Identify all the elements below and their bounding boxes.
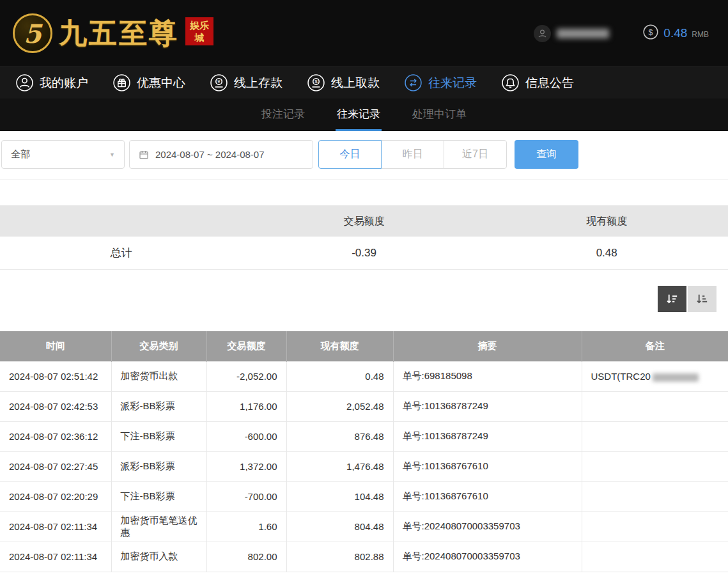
cell-summary: 单号:101368767610 <box>393 451 582 481</box>
cell-time: 2024-08-07 02:36:12 <box>0 421 111 451</box>
summary-header-transaction: 交易额度 <box>243 206 486 237</box>
table-row: 2024-08-07 02:20:29 下注-BB彩票 -700.00 104.… <box>0 481 728 512</box>
cell-balance: 0.48 <box>286 361 393 391</box>
cell-type: 下注-BB彩票 <box>111 421 206 451</box>
type-select-value: 全部 <box>11 148 30 160</box>
transfer-arrows-icon <box>404 74 422 92</box>
summary-transaction-total: -0.39 <box>243 237 486 269</box>
date-range-input[interactable]: 2024-08-07 ~ 2024-08-07 <box>129 140 313 169</box>
summary-header-empty <box>0 206 243 237</box>
tab-processing-orders[interactable]: 处理中订单 <box>411 98 468 131</box>
cell-amount: -2,052.00 <box>206 361 286 391</box>
table-row: 2024-08-07 02:11:34 加密货币笔笔送优惠 1.60 804.4… <box>0 512 728 542</box>
nav-item-deposit[interactable]: ¥ 线上存款 <box>210 74 283 92</box>
nav-item-promotions[interactable]: 优惠中心 <box>112 74 185 92</box>
balance-value: 0.48 <box>663 26 687 40</box>
cell-amount: 802.00 <box>206 542 286 572</box>
table-row: 2024-08-07 02:51:42 加密货币出款 -2,052.00 0.4… <box>0 361 728 391</box>
user-circle-icon <box>15 74 34 92</box>
cell-type: 加密货币入款 <box>111 542 206 572</box>
cell-type: 下注-BB彩票 <box>111 481 206 512</box>
dollar-circle-icon: $ <box>642 24 659 43</box>
sort-desc-icon <box>665 292 679 306</box>
cell-balance: 2,052.48 <box>286 391 393 421</box>
nav-item-my-account[interactable]: 我的账户 <box>15 74 88 92</box>
cell-time: 2024-08-07 02:11:34 <box>0 512 111 542</box>
nav-label: 线上存款 <box>234 75 283 91</box>
user-area: $ 0.48 RMB <box>534 24 709 43</box>
nav-item-announcements[interactable]: 信息公告 <box>501 74 574 92</box>
cell-summary: 单号:101368787249 <box>393 421 582 451</box>
cell-type: 加密货币出款 <box>111 361 206 391</box>
cell-remark <box>582 542 728 572</box>
remark-masked <box>653 373 699 382</box>
cell-amount: -600.00 <box>206 421 286 451</box>
cell-remark <box>582 421 728 451</box>
quick-date-group: 今日 昨日 近7日 <box>318 140 507 169</box>
cell-summary: 单号:698185098 <box>393 361 582 391</box>
nav-item-records[interactable]: 往来记录 <box>404 74 477 92</box>
balance-currency: RMB <box>692 30 709 39</box>
cell-balance: 804.48 <box>286 512 393 542</box>
col-header-remark: 备注 <box>582 331 728 361</box>
cell-time: 2024-08-07 02:20:29 <box>0 481 111 512</box>
tab-transaction-records[interactable]: 往来记录 <box>336 98 382 131</box>
sort-desc-button[interactable] <box>658 286 686 312</box>
cell-time: 2024-08-07 02:27:45 <box>0 451 111 481</box>
summary-total-label: 总计 <box>0 237 243 269</box>
user-avatar-icon[interactable] <box>534 25 551 42</box>
balance-display: $ 0.48 RMB <box>642 24 709 43</box>
logo-badge: 娱乐城 <box>185 17 213 45</box>
filter-bar: 全部 ▼ 2024-08-07 ~ 2024-08-07 今日 昨日 近7日 查… <box>0 131 728 180</box>
svg-text:$: $ <box>649 28 653 37</box>
type-select[interactable]: 全部 ▼ <box>1 140 125 169</box>
cell-amount: -700.00 <box>206 481 286 512</box>
col-header-balance: 现有额度 <box>286 331 393 361</box>
cell-time: 2024-08-07 02:42:53 <box>0 391 111 421</box>
cell-balance: 876.48 <box>286 421 393 451</box>
deposit-coin-icon: ¥ <box>210 74 228 92</box>
svg-text:¥: ¥ <box>217 79 221 84</box>
summary-total-row: 总计 -0.39 0.48 <box>0 237 728 270</box>
cell-summary: 单号:101368787249 <box>393 391 582 421</box>
cell-time: 2024-08-07 02:11:34 <box>0 542 111 572</box>
cell-remark <box>582 391 728 421</box>
cell-type: 派彩-BB彩票 <box>111 391 206 421</box>
summary-header-balance: 现有额度 <box>485 206 728 237</box>
last7days-button[interactable]: 近7日 <box>444 140 507 169</box>
sort-asc-button[interactable] <box>688 286 716 312</box>
bell-circle-icon <box>501 74 520 92</box>
cell-remark <box>582 481 728 512</box>
table-header-row: 时间 交易类别 交易额度 现有额度 摘要 备注 <box>0 331 728 361</box>
date-range-value: 2024-08-07 ~ 2024-08-07 <box>155 149 265 160</box>
cell-amount: 1,176.00 <box>206 391 286 421</box>
main-nav: 我的账户 优惠中心 ¥ 线上存款 $ 线上取款 <box>0 66 728 98</box>
cell-time: 2024-08-07 02:51:42 <box>0 361 111 391</box>
col-header-summary: 摘要 <box>393 331 582 361</box>
cell-summary: 单号:202408070003359703 <box>393 542 582 572</box>
summary-header-row: 交易额度 现有额度 <box>0 206 728 237</box>
today-button[interactable]: 今日 <box>318 140 382 169</box>
chevron-down-icon: ▼ <box>109 152 115 158</box>
nav-label: 我的账户 <box>40 75 88 91</box>
sort-asc-icon <box>695 292 709 306</box>
nav-label: 信息公告 <box>525 75 574 91</box>
tab-betting-records[interactable]: 投注记录 <box>260 98 306 131</box>
cell-balance: 104.48 <box>286 481 393 512</box>
site-logo[interactable]: 5 九五至尊 娱乐城 <box>13 8 213 58</box>
username-masked[interactable] <box>557 29 609 38</box>
cell-remark <box>582 512 728 542</box>
svg-text:$: $ <box>314 79 318 84</box>
cell-balance: 1,476.48 <box>286 451 393 481</box>
cell-type: 加密货币笔笔送优惠 <box>111 512 206 542</box>
sub-nav: 投注记录 往来记录 处理中订单 <box>0 98 728 131</box>
yesterday-button[interactable]: 昨日 <box>381 140 444 169</box>
summary-table: 交易额度 现有额度 总计 -0.39 0.48 <box>0 205 728 270</box>
top-header: 5 九五至尊 娱乐城 $ 0.48 RMB <box>0 0 728 66</box>
col-header-type: 交易类别 <box>111 331 206 361</box>
query-button[interactable]: 查询 <box>515 140 578 169</box>
table-row: 2024-08-07 02:42:53 派彩-BB彩票 1,176.00 2,0… <box>0 391 728 421</box>
nav-item-withdraw[interactable]: $ 线上取款 <box>307 74 380 92</box>
summary-balance-total: 0.48 <box>485 237 728 269</box>
transactions-table: 时间 交易类别 交易额度 现有额度 摘要 备注 2024-08-07 02:51… <box>0 331 728 572</box>
